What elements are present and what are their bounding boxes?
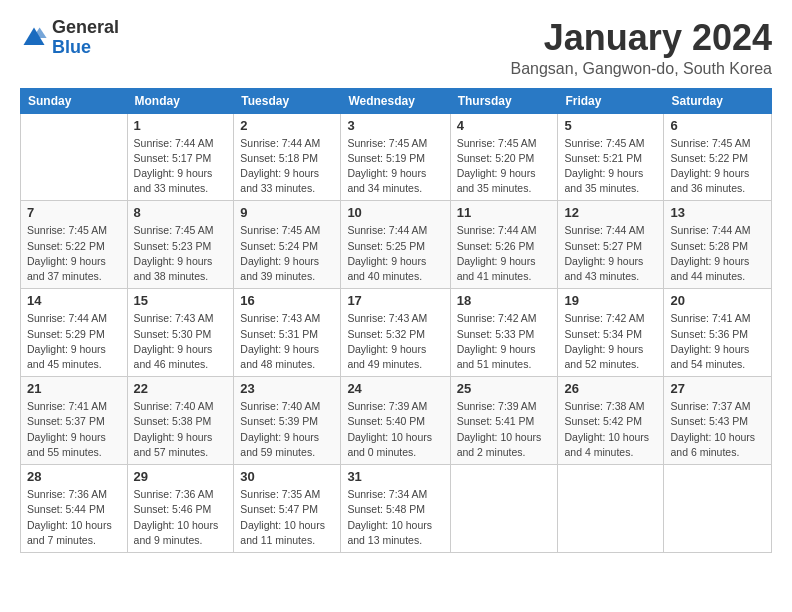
day-number: 3 [347,118,443,133]
table-row: 24Sunrise: 7:39 AMSunset: 5:40 PMDayligh… [341,377,450,465]
day-info: Sunrise: 7:45 AMSunset: 5:23 PMDaylight:… [134,223,228,284]
table-row: 26Sunrise: 7:38 AMSunset: 5:42 PMDayligh… [558,377,664,465]
month-title: January 2024 [510,18,772,58]
day-number: 5 [564,118,657,133]
table-row: 1Sunrise: 7:44 AMSunset: 5:17 PMDaylight… [127,113,234,201]
day-number: 2 [240,118,334,133]
day-info: Sunrise: 7:38 AMSunset: 5:42 PMDaylight:… [564,399,657,460]
day-info: Sunrise: 7:45 AMSunset: 5:20 PMDaylight:… [457,136,552,197]
day-info: Sunrise: 7:41 AMSunset: 5:36 PMDaylight:… [670,311,765,372]
day-info: Sunrise: 7:41 AMSunset: 5:37 PMDaylight:… [27,399,121,460]
day-number: 16 [240,293,334,308]
table-row: 14Sunrise: 7:44 AMSunset: 5:29 PMDayligh… [21,289,128,377]
table-row: 3Sunrise: 7:45 AMSunset: 5:19 PMDaylight… [341,113,450,201]
day-info: Sunrise: 7:35 AMSunset: 5:47 PMDaylight:… [240,487,334,548]
table-row: 25Sunrise: 7:39 AMSunset: 5:41 PMDayligh… [450,377,558,465]
day-number: 18 [457,293,552,308]
day-number: 29 [134,469,228,484]
table-row: 5Sunrise: 7:45 AMSunset: 5:21 PMDaylight… [558,113,664,201]
logo-text: General Blue [52,18,119,58]
location-title: Bangsan, Gangwon-do, South Korea [510,60,772,78]
day-info: Sunrise: 7:44 AMSunset: 5:17 PMDaylight:… [134,136,228,197]
header: General Blue January 2024 Bangsan, Gangw… [20,18,772,78]
logo-blue-text: Blue [52,38,119,58]
day-info: Sunrise: 7:39 AMSunset: 5:40 PMDaylight:… [347,399,443,460]
table-row: 27Sunrise: 7:37 AMSunset: 5:43 PMDayligh… [664,377,772,465]
day-number: 6 [670,118,765,133]
day-info: Sunrise: 7:39 AMSunset: 5:41 PMDaylight:… [457,399,552,460]
day-info: Sunrise: 7:44 AMSunset: 5:25 PMDaylight:… [347,223,443,284]
table-row: 6Sunrise: 7:45 AMSunset: 5:22 PMDaylight… [664,113,772,201]
table-row: 18Sunrise: 7:42 AMSunset: 5:33 PMDayligh… [450,289,558,377]
day-number: 7 [27,205,121,220]
col-saturday: Saturday [664,88,772,113]
table-row [450,465,558,553]
table-row: 23Sunrise: 7:40 AMSunset: 5:39 PMDayligh… [234,377,341,465]
table-row: 15Sunrise: 7:43 AMSunset: 5:30 PMDayligh… [127,289,234,377]
table-row [21,113,128,201]
calendar-week-row: 28Sunrise: 7:36 AMSunset: 5:44 PMDayligh… [21,465,772,553]
day-number: 22 [134,381,228,396]
calendar-week-row: 14Sunrise: 7:44 AMSunset: 5:29 PMDayligh… [21,289,772,377]
table-row: 28Sunrise: 7:36 AMSunset: 5:44 PMDayligh… [21,465,128,553]
table-row [664,465,772,553]
day-number: 15 [134,293,228,308]
calendar-table: Sunday Monday Tuesday Wednesday Thursday… [20,88,772,553]
day-number: 9 [240,205,334,220]
title-block: January 2024 Bangsan, Gangwon-do, South … [510,18,772,78]
table-row: 13Sunrise: 7:44 AMSunset: 5:28 PMDayligh… [664,201,772,289]
day-info: Sunrise: 7:36 AMSunset: 5:44 PMDaylight:… [27,487,121,548]
day-info: Sunrise: 7:43 AMSunset: 5:31 PMDaylight:… [240,311,334,372]
table-row: 4Sunrise: 7:45 AMSunset: 5:20 PMDaylight… [450,113,558,201]
table-row: 8Sunrise: 7:45 AMSunset: 5:23 PMDaylight… [127,201,234,289]
day-number: 12 [564,205,657,220]
day-info: Sunrise: 7:45 AMSunset: 5:24 PMDaylight:… [240,223,334,284]
table-row: 10Sunrise: 7:44 AMSunset: 5:25 PMDayligh… [341,201,450,289]
day-number: 30 [240,469,334,484]
day-number: 4 [457,118,552,133]
day-info: Sunrise: 7:44 AMSunset: 5:27 PMDaylight:… [564,223,657,284]
logo-general-text: General [52,18,119,38]
table-row: 19Sunrise: 7:42 AMSunset: 5:34 PMDayligh… [558,289,664,377]
day-info: Sunrise: 7:45 AMSunset: 5:21 PMDaylight:… [564,136,657,197]
day-info: Sunrise: 7:45 AMSunset: 5:19 PMDaylight:… [347,136,443,197]
day-number: 13 [670,205,765,220]
day-number: 11 [457,205,552,220]
day-number: 8 [134,205,228,220]
day-info: Sunrise: 7:40 AMSunset: 5:38 PMDaylight:… [134,399,228,460]
day-info: Sunrise: 7:42 AMSunset: 5:34 PMDaylight:… [564,311,657,372]
day-info: Sunrise: 7:44 AMSunset: 5:18 PMDaylight:… [240,136,334,197]
day-number: 14 [27,293,121,308]
table-row: 16Sunrise: 7:43 AMSunset: 5:31 PMDayligh… [234,289,341,377]
day-number: 27 [670,381,765,396]
day-number: 24 [347,381,443,396]
calendar-week-row: 1Sunrise: 7:44 AMSunset: 5:17 PMDaylight… [21,113,772,201]
col-monday: Monday [127,88,234,113]
day-info: Sunrise: 7:37 AMSunset: 5:43 PMDaylight:… [670,399,765,460]
day-info: Sunrise: 7:36 AMSunset: 5:46 PMDaylight:… [134,487,228,548]
col-friday: Friday [558,88,664,113]
col-thursday: Thursday [450,88,558,113]
day-info: Sunrise: 7:43 AMSunset: 5:30 PMDaylight:… [134,311,228,372]
col-sunday: Sunday [21,88,128,113]
calendar-week-row: 21Sunrise: 7:41 AMSunset: 5:37 PMDayligh… [21,377,772,465]
day-info: Sunrise: 7:45 AMSunset: 5:22 PMDaylight:… [27,223,121,284]
day-info: Sunrise: 7:44 AMSunset: 5:26 PMDaylight:… [457,223,552,284]
table-row: 21Sunrise: 7:41 AMSunset: 5:37 PMDayligh… [21,377,128,465]
page: General Blue January 2024 Bangsan, Gangw… [0,0,792,612]
day-number: 25 [457,381,552,396]
day-number: 26 [564,381,657,396]
table-row: 9Sunrise: 7:45 AMSunset: 5:24 PMDaylight… [234,201,341,289]
table-row [558,465,664,553]
day-info: Sunrise: 7:34 AMSunset: 5:48 PMDaylight:… [347,487,443,548]
logo: General Blue [20,18,119,58]
logo-icon [20,24,48,52]
table-row: 30Sunrise: 7:35 AMSunset: 5:47 PMDayligh… [234,465,341,553]
day-info: Sunrise: 7:45 AMSunset: 5:22 PMDaylight:… [670,136,765,197]
table-row: 7Sunrise: 7:45 AMSunset: 5:22 PMDaylight… [21,201,128,289]
day-number: 21 [27,381,121,396]
table-row: 29Sunrise: 7:36 AMSunset: 5:46 PMDayligh… [127,465,234,553]
day-info: Sunrise: 7:40 AMSunset: 5:39 PMDaylight:… [240,399,334,460]
day-number: 17 [347,293,443,308]
day-number: 1 [134,118,228,133]
